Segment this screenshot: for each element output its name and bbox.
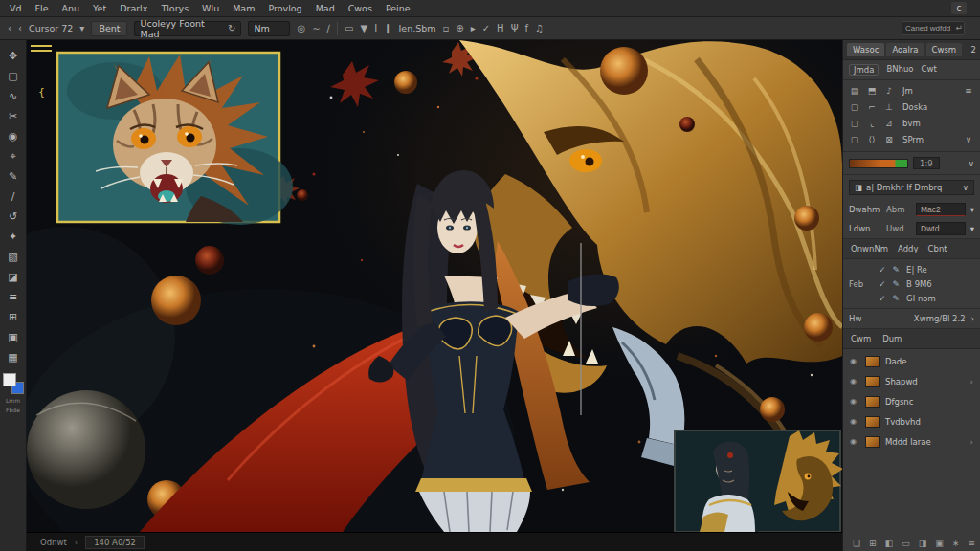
link-layers-icon[interactable]: ❏ [853, 539, 860, 548]
back-icon[interactable]: ‹ [18, 23, 22, 33]
preset-icon[interactable]: ⊿ [883, 119, 895, 128]
crop-tool[interactable]: ◉ [4, 128, 23, 145]
pen-icon[interactable]: ✎ [893, 265, 901, 275]
list-view-icon[interactable]: ≡ [968, 539, 975, 548]
layer-row[interactable]: ◉ Mddd larae › [843, 431, 980, 452]
group-layers-icon[interactable]: ◨ [919, 539, 927, 548]
spot-heal-tool[interactable]: ✦ [4, 229, 23, 246]
play-icon[interactable]: ▸ [471, 23, 476, 33]
refresh-icon[interactable]: ↻ [228, 23, 235, 33]
color-swatches[interactable] [3, 373, 24, 394]
preset-icon[interactable]: ⊥ [883, 102, 895, 112]
new-layer-icon[interactable]: ▣ [935, 539, 944, 548]
panel-tab[interactable]: Wasoc [847, 43, 884, 56]
pen-icon[interactable]: ✎ [893, 279, 901, 289]
mid-select[interactable]: Ien.Sbm [398, 23, 435, 33]
mid-select-box-icon[interactable]: ▫ [443, 23, 450, 33]
active-tool-label[interactable]: Cursor 72 [29, 23, 73, 33]
preset-icon[interactable]: ▢ [849, 102, 860, 112]
gradient-tool[interactable]: ▧ [4, 249, 23, 266]
check-icon[interactable]: ✓ [879, 294, 886, 303]
adjustment-icon[interactable]: ▭ [902, 539, 910, 548]
quick-select-tool[interactable]: ✂ [4, 108, 23, 125]
blend-mode-select[interactable]: ◨ a| Dmkhr If Dmbrq ∨ [849, 180, 974, 195]
panel-subtab[interactable]: Cwt [922, 64, 937, 76]
layer-row[interactable]: ◉ Tvdbvhd [843, 411, 980, 431]
ring-icon[interactable]: ◎ [297, 23, 305, 33]
preset-icon[interactable]: ⌞ [866, 119, 878, 128]
frame-tool[interactable]: ▣ [4, 329, 23, 346]
menu-item[interactable]: Peine [386, 3, 411, 13]
reset-button[interactable]: Bent [91, 21, 127, 36]
fx-icon[interactable]: f [525, 23, 529, 33]
preset-icon[interactable]: ▢ [849, 135, 860, 144]
chevron-left-icon[interactable]: ‹ [75, 538, 78, 547]
grid-tool[interactable]: ⊞ [4, 309, 23, 326]
layers-tab[interactable]: Cwm [851, 334, 871, 343]
menu-item[interactable]: Fle [35, 3, 49, 13]
list-tool[interactable]: ≡ [4, 289, 23, 306]
channel-row[interactable]: Feb ✓ ✎ B 9M6 [849, 276, 974, 291]
foreground-color-swatch[interactable] [3, 373, 16, 386]
menu-item[interactable]: Yet [93, 3, 106, 13]
section-tab[interactable]: OnwnNm [851, 244, 888, 253]
heal-tool[interactable]: ✎ [4, 168, 23, 186]
layer-row[interactable]: ◉ Dade [843, 351, 980, 371]
channel-row[interactable]: ✓ ✎ GI nom [849, 291, 974, 305]
chevron-down-icon[interactable]: ▾ [970, 205, 974, 214]
delete-layer-icon[interactable]: ∗ [952, 539, 960, 548]
pattern-tool[interactable]: ▦ [4, 349, 23, 366]
menu-item[interactable]: Vd [10, 3, 22, 13]
gradient-value[interactable]: 1:9 [913, 157, 940, 169]
menu-item[interactable]: Mad [316, 3, 335, 13]
size-field[interactable]: Nm [248, 21, 290, 36]
layer-thumbnail[interactable] [865, 436, 880, 448]
menu-item[interactable]: Mam [233, 3, 255, 13]
line-tool[interactable]: ∕ [4, 188, 23, 206]
section-tab[interactable]: Cbnt [928, 244, 947, 253]
font-select[interactable]: Ucoleyy Foont Mad ↻ [134, 21, 241, 36]
gradient-preview[interactable] [849, 159, 908, 168]
chevron-right-icon[interactable]: › [971, 314, 974, 323]
visibility-eye-icon[interactable]: ◉ [850, 397, 859, 406]
history-brush-tool[interactable]: ↺ [4, 209, 23, 226]
preset-icon[interactable]: ♪ [883, 86, 895, 96]
preset-icon[interactable]: ▢ [849, 119, 860, 128]
menu-item[interactable]: Wlu [202, 3, 219, 13]
music-note-icon[interactable]: ♫ [535, 23, 544, 33]
lasso-tool[interactable]: ∿ [4, 88, 23, 105]
preset-icon[interactable]: ▤ [849, 86, 860, 96]
visibility-eye-icon[interactable]: ◉ [850, 437, 859, 446]
property-input[interactable] [916, 222, 966, 235]
layer-row[interactable]: ◉ Dfgsnc [843, 391, 980, 411]
preset-icon[interactable]: ⬒ [866, 86, 878, 96]
back-icon[interactable]: ‹ [8, 23, 11, 33]
layer-row[interactable]: ◉ Shapwd › [843, 371, 980, 391]
eyedropper-tool[interactable]: ⌖ [4, 148, 23, 165]
smooth-icon[interactable]: ∼ [312, 23, 320, 33]
panel-subtab[interactable]: BNhuo [886, 64, 913, 76]
chevron-right-icon[interactable]: › [970, 377, 973, 386]
chevron-down-icon[interactable]: ▾ [79, 23, 84, 33]
layer-thumbnail[interactable] [865, 416, 880, 428]
layer-thumbnail[interactable] [865, 396, 880, 408]
panel-subtab[interactable]: Jmda [849, 64, 879, 76]
chevron-down-icon[interactable]: ▾ [970, 224, 974, 233]
panel-tab[interactable]: Aoalra [886, 43, 924, 56]
check-icon[interactable]: ✓ [879, 265, 886, 275]
document-canvas[interactable]: { [27, 40, 842, 532]
preset-row[interactable]: ▢ ⟨⟩ ⊠ SPrm ∨ [849, 131, 974, 147]
menu-item[interactable]: Tlorys [161, 3, 189, 13]
move-tool[interactable]: ✥ [4, 48, 23, 65]
pen-icon[interactable]: ∕ [327, 23, 330, 33]
visibility-eye-icon[interactable]: ◉ [850, 417, 859, 426]
layer-thumbnail[interactable] [865, 356, 880, 367]
text-icon[interactable]: I [374, 23, 377, 33]
pen-icon[interactable]: ✎ [893, 294, 901, 303]
visibility-eye-icon[interactable]: ◉ [850, 377, 859, 386]
target-icon[interactable]: ⊕ [456, 23, 463, 33]
psi-icon[interactable]: Ψ [511, 23, 519, 33]
menu-item[interactable]: Anu [61, 3, 79, 13]
marquee-tool[interactable]: ▢ [4, 68, 23, 85]
zoom-level-field[interactable]: 140 A0/52 [85, 536, 145, 549]
